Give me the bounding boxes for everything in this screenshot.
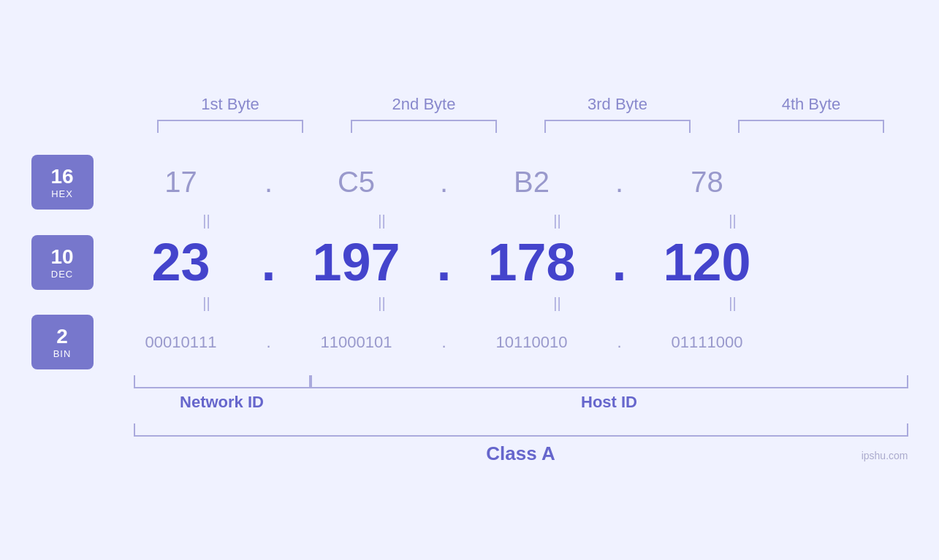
dec-badge: 10 DEC (31, 235, 94, 290)
hex-byte1: 17 (108, 166, 254, 199)
byte-headers: 1st Byte 2nd Byte 3rd Byte 4th Byte (134, 95, 908, 114)
bracket-byte3 (544, 120, 691, 133)
hex-dot2: . (430, 166, 459, 199)
dec-byte4: 120 (634, 232, 780, 292)
byte3-header: 3rd Byte (544, 95, 691, 114)
hex-base-label: HEX (51, 188, 73, 199)
hex-base-number: 16 (50, 165, 73, 188)
bottom-labels: Network ID Host ID (134, 393, 908, 412)
host-id-label: Host ID (311, 393, 908, 412)
dec-byte1: 23 (108, 232, 254, 292)
bottom-brackets (134, 375, 908, 388)
eq2-b3: || (484, 295, 631, 312)
eq1-b1: || (134, 212, 280, 229)
dec-dot3: . (605, 232, 634, 292)
byte1-header: 1st Byte (157, 95, 303, 114)
host-bracket (311, 375, 908, 388)
hex-badge: 16 HEX (31, 155, 94, 210)
hex-dot3: . (605, 166, 634, 199)
class-bracket (134, 423, 908, 437)
equals-row-1: || || || || (134, 210, 908, 232)
bracket-byte4 (738, 120, 884, 133)
dec-dot2: . (430, 232, 459, 292)
bin-byte4: 01111000 (634, 333, 780, 352)
eq1-b3: || (484, 212, 631, 229)
dec-byte2: 197 (284, 232, 430, 292)
hex-values-row: 17 . C5 . B2 . 78 (108, 166, 908, 199)
eq1-b4: || (660, 212, 806, 229)
bin-row: 2 BIN 00010111 . 11000101 . 10110010 . 0… (31, 315, 908, 369)
dec-base-label: DEC (51, 269, 73, 280)
bin-dot2: . (430, 333, 459, 352)
hex-byte2: C5 (284, 166, 430, 199)
byte2-header: 2nd Byte (351, 95, 497, 114)
bin-byte1: 00010111 (108, 333, 254, 352)
bin-dot3: . (605, 333, 634, 352)
eq2-b4: || (660, 295, 806, 312)
eq2-b1: || (134, 295, 280, 312)
watermark: ipshu.com (862, 450, 908, 461)
network-bracket (134, 375, 311, 388)
byte4-header: 4th Byte (738, 95, 884, 114)
class-section: Class A (134, 423, 908, 465)
dec-values-row: 23 . 197 . 178 . 120 (108, 232, 908, 292)
eq2-b2: || (309, 295, 455, 312)
bracket-byte2 (351, 120, 497, 133)
network-id-label: Network ID (134, 393, 311, 412)
dec-dot1: . (254, 232, 284, 292)
bin-byte3: 10110010 (459, 333, 605, 352)
bin-badge: 2 BIN (31, 315, 94, 369)
bin-base-label: BIN (53, 348, 72, 359)
hex-row: 16 HEX 17 . C5 . B2 . 78 (31, 155, 908, 210)
dec-byte3: 178 (459, 232, 605, 292)
bin-byte2: 11000101 (284, 333, 430, 352)
ip-breakdown-container: 1st Byte 2nd Byte 3rd Byte 4th Byte 16 H… (31, 95, 908, 465)
dec-row: 10 DEC 23 . 197 . 178 . 120 (31, 232, 908, 292)
dec-base-number: 10 (50, 245, 73, 269)
hex-byte4: 78 (634, 166, 780, 199)
bin-base-number: 2 (56, 325, 68, 348)
hex-byte3: B2 (459, 166, 605, 199)
hex-dot1: . (254, 166, 284, 199)
equals-row-2: || || || || (134, 292, 908, 315)
eq1-b2: || (309, 212, 455, 229)
class-label: Class A (134, 442, 908, 465)
bottom-section: Network ID Host ID (134, 375, 908, 412)
bin-values-row: 00010111 . 11000101 . 10110010 . 0111100… (108, 333, 908, 352)
top-brackets (134, 120, 908, 133)
bin-dot1: . (254, 333, 284, 352)
bracket-byte1 (157, 120, 303, 133)
